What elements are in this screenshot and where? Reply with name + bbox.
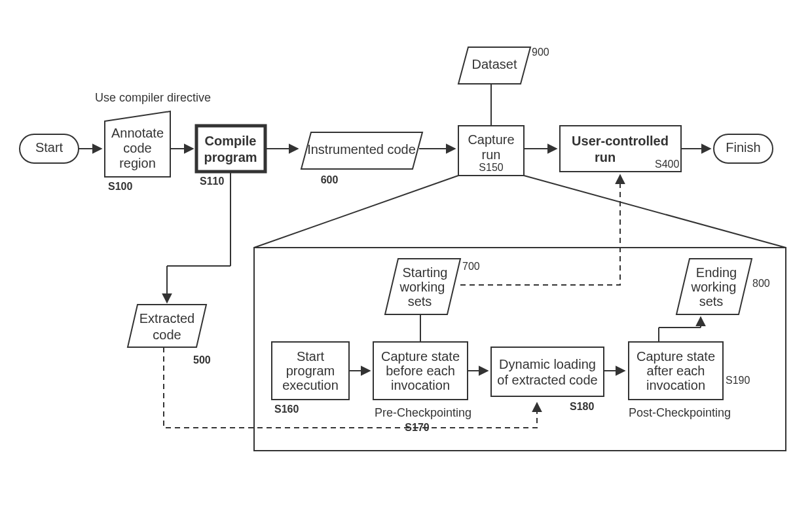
svg-text:program: program	[286, 364, 335, 378]
svg-text:execution: execution	[282, 378, 339, 392]
svg-text:Starting: Starting	[403, 265, 448, 280]
svg-text:invocation: invocation	[646, 378, 705, 392]
svg-text:run: run	[595, 150, 616, 164]
svg-text:region: region	[119, 156, 156, 170]
svg-text:S100: S100	[108, 181, 132, 192]
dataset-node: Dataset 900	[458, 47, 549, 84]
capture-before-node: Capture state before each invocation S17…	[373, 342, 471, 433]
svg-text:sets: sets	[699, 294, 724, 309]
capture-run-node: Capture run S150	[458, 126, 524, 176]
svg-text:working: working	[691, 280, 737, 294]
svg-text:600: 600	[321, 174, 339, 185]
start-node: Start	[20, 134, 79, 163]
capture-after-node: Capture state after each invocation S190…	[629, 342, 750, 419]
svg-text:500: 500	[193, 354, 211, 366]
extracted-code-node: Extracted code 500	[128, 305, 211, 366]
svg-text:sets: sets	[408, 294, 432, 309]
svg-text:Dynamic loading: Dynamic loading	[499, 357, 596, 371]
svg-text:Annotate: Annotate	[111, 126, 164, 140]
annotation-label: Use compiler directive	[95, 91, 211, 104]
svg-rect-50	[491, 347, 604, 396]
svg-text:Instrumented code: Instrumented code	[307, 142, 416, 157]
svg-text:Compile: Compile	[205, 134, 257, 148]
svg-text:800: 800	[752, 278, 770, 289]
svg-text:User-controlled: User-controlled	[572, 134, 669, 148]
start-text: Start	[35, 140, 64, 155]
annotate-node: Annotate code region S100	[105, 111, 170, 192]
svg-text:S170: S170	[405, 422, 429, 433]
svg-text:S190: S190	[726, 375, 750, 386]
svg-text:900: 900	[532, 47, 549, 58]
user-controlled-node: User-controlled run S400	[560, 126, 681, 172]
svg-text:program: program	[204, 150, 257, 164]
starting-sets-node: Starting working sets 700	[385, 259, 480, 314]
svg-text:Post-Checkpointing: Post-Checkpointing	[629, 406, 731, 419]
svg-text:invocation: invocation	[391, 378, 450, 392]
svg-text:code: code	[153, 328, 181, 342]
svg-text:after each: after each	[647, 364, 705, 378]
svg-text:Ending: Ending	[696, 265, 737, 280]
svg-rect-6	[196, 126, 265, 172]
finish-text: Finish	[726, 140, 760, 155]
edge-extracted-dynload	[164, 347, 537, 428]
dynamic-load-node: Dynamic loading of extracted code S180	[491, 347, 604, 412]
svg-text:run: run	[482, 147, 501, 162]
svg-text:Capture state: Capture state	[381, 349, 460, 364]
svg-text:S400: S400	[655, 159, 679, 170]
svg-text:S150: S150	[479, 162, 503, 173]
svg-text:Extracted: Extracted	[139, 311, 194, 326]
svg-text:Dataset: Dataset	[472, 57, 517, 71]
flowchart: Use compiler directive Start Annotate co…	[0, 0, 812, 507]
svg-text:Capture: Capture	[468, 132, 514, 147]
ending-sets-node: Ending working sets 800	[676, 259, 770, 314]
svg-text:Pre-Checkpointing: Pre-Checkpointing	[375, 406, 471, 419]
svg-text:S180: S180	[570, 401, 594, 412]
svg-text:of extracted code: of extracted code	[497, 373, 597, 387]
svg-text:Start: Start	[297, 349, 325, 364]
svg-text:S110: S110	[200, 176, 224, 187]
svg-text:code: code	[123, 141, 151, 155]
svg-text:working: working	[399, 280, 445, 294]
expand-left	[254, 176, 458, 248]
svg-text:700: 700	[462, 261, 480, 272]
finish-node: Finish	[714, 134, 773, 163]
svg-text:S160: S160	[274, 404, 299, 415]
edge-sws-user	[460, 175, 620, 285]
svg-text:Capture state: Capture state	[637, 349, 715, 364]
start-exec-node: Start program execution S160	[272, 342, 349, 415]
expand-right	[524, 176, 786, 248]
svg-text:before each: before each	[386, 364, 455, 378]
instrumented-node: Instrumented code 600	[301, 132, 422, 185]
